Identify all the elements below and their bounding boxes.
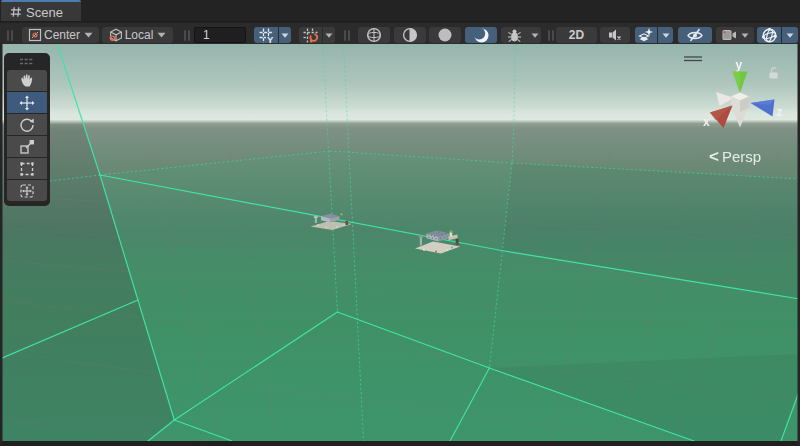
svg-text:< Persp: < Persp [709, 147, 761, 166]
svg-text:y: y [736, 58, 743, 72]
svg-text:x: x [703, 115, 710, 129]
svg-text:Y: Y [267, 33, 274, 43]
svg-text:z: z [777, 105, 783, 119]
